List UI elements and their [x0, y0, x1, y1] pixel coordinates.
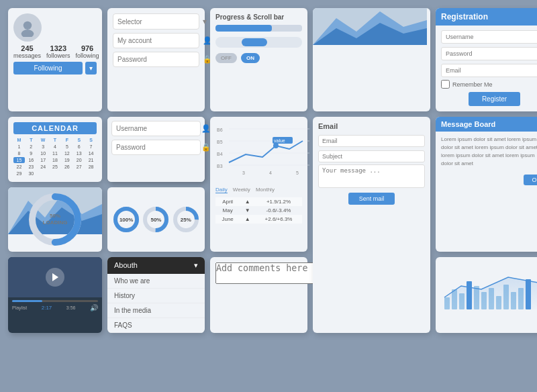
follow-row: Following ▾: [13, 62, 97, 75]
reg-username-input[interactable]: [441, 30, 537, 44]
about-title: Abouth: [114, 261, 138, 270]
avatar: [13, 13, 42, 42]
login-username-row: 👤: [111, 121, 201, 136]
about-item-media[interactable]: In the media: [107, 303, 205, 318]
toggle-on-label[interactable]: ON: [241, 53, 260, 63]
remember-me-label: Remember Me: [452, 81, 493, 88]
toggle-row: OFF ON: [215, 53, 302, 63]
reg-password-input[interactable]: [441, 47, 537, 60]
calendar-title: CALENDAR: [13, 122, 97, 134]
svg-marker-43: [444, 276, 537, 309]
register-button[interactable]: Register: [469, 92, 520, 106]
about-item-history[interactable]: History: [107, 289, 205, 303]
progress-bar-fill: [215, 25, 272, 32]
video-time-total: 3:56: [66, 305, 76, 310]
video-progress-bar[interactable]: [12, 300, 98, 302]
svg-text:3: 3: [242, 170, 245, 175]
svg-point-1: [21, 30, 34, 37]
selector-dropdown-icon[interactable]: ▾: [203, 17, 207, 26]
remember-me-checkbox[interactable]: [441, 80, 450, 89]
donut-100: 100%: [111, 205, 141, 234]
about-item-faqs[interactable]: FAQS: [107, 318, 205, 333]
login-user-icon: 👤: [201, 124, 211, 133]
send-button[interactable]: Sent mail: [348, 193, 395, 205]
video-progress-fill: [12, 300, 42, 302]
about-menu: Who we are History In the media FAQS: [107, 274, 205, 333]
login-username-input[interactable]: [116, 125, 201, 132]
volume-icon[interactable]: 🔊: [90, 304, 98, 311]
password-input[interactable]: [117, 56, 203, 63]
followers-count: 1323: [46, 44, 70, 52]
calendar-grid: MTWTFSS123456789101112131415161718192021…: [13, 137, 97, 177]
profile-card: 245 messages 1323 followers 976 followin…: [8, 8, 102, 111]
email-input[interactable]: [318, 135, 425, 147]
following-count: 976: [76, 44, 99, 52]
loading-percent: 50% LOADING: [43, 213, 68, 226]
donut-25-label: 25%: [181, 217, 191, 223]
scrollbar-thumb[interactable]: [242, 38, 268, 46]
form-card: ▾ 👤 🔒: [107, 8, 205, 111]
remember-me-row: Remember Me: [441, 80, 537, 89]
about-item-who[interactable]: Who we are: [107, 274, 205, 289]
reg-email-input[interactable]: [441, 64, 537, 77]
ok-button[interactable]: Ok: [524, 175, 537, 185]
svg-point-0: [23, 21, 32, 30]
followers-label: followers: [46, 52, 70, 59]
stat-may-arrow: ▼: [240, 206, 255, 215]
profile-stats: 245 messages 1323 followers 976 followin…: [13, 44, 97, 59]
selector-input[interactable]: [117, 18, 203, 26]
donut-50: 50%: [141, 205, 170, 234]
tab-daily[interactable]: Daily: [215, 187, 228, 193]
login-password-input[interactable]: [116, 144, 201, 151]
stat-april-arrow: ▲: [240, 197, 255, 206]
message-board-card: Message Board Lorem ipsum dolor sit amet…: [436, 117, 537, 252]
bar-chart-svg: [441, 262, 537, 313]
scrollbar-wrapper: [215, 37, 302, 48]
messages-count: 245: [13, 44, 41, 52]
svg-text:B6: B6: [217, 128, 223, 132]
play-button[interactable]: [46, 268, 64, 287]
calendar-card: CALENDAR MTWTFSS123456789101112131415161…: [8, 117, 102, 182]
password-row: 🔒: [113, 52, 199, 67]
progress-bar-wrapper: [215, 25, 302, 32]
subject-input[interactable]: [318, 150, 425, 162]
message-board-title: Message Board: [436, 117, 537, 132]
svg-text:5: 5: [296, 170, 299, 175]
playlist-label: Playlist: [12, 305, 27, 310]
stat-june-arrow: ▲: [240, 215, 255, 224]
registration-card: Registration Remember Me Register: [436, 8, 537, 111]
stat-june-label: June: [215, 215, 240, 224]
comments-card: [210, 257, 307, 333]
donut-loading: 50% LOADING: [28, 193, 82, 246]
tab-weekly[interactable]: Weekly: [233, 187, 250, 193]
svg-text:4: 4: [269, 170, 272, 175]
login-card: 👤 🔒: [107, 117, 205, 182]
svg-point-22: [273, 143, 279, 148]
progress-card: Progress & Scroll bar OFF ON: [210, 8, 307, 111]
following-label: following: [76, 52, 99, 59]
message-board-body: Lorem ipsum dolor sit amet lorem ipsum d…: [436, 132, 537, 172]
video-screen: [8, 257, 102, 297]
about-dropdown-icon: ▾: [194, 261, 198, 270]
stat-may-label: May: [215, 206, 240, 215]
stat-april-val: +1.9/1.2%: [255, 197, 302, 206]
small-mountain-svg: [313, 8, 427, 45]
line-chart-svg: B6 B5 B4 B3 value 3 4 5: [215, 122, 313, 183]
chart-tabs: Daily Weekly Monthly: [215, 187, 302, 193]
donut-100-label: 100%: [119, 217, 133, 223]
login-password-row: 🔒: [111, 140, 201, 155]
svg-text:value: value: [274, 138, 285, 143]
follow-dropdown-button[interactable]: ▾: [85, 62, 97, 75]
video-player: Playlist 2:17 3:56 🔊: [8, 257, 102, 333]
donut-25: 25%: [171, 205, 201, 234]
toggle-off-label[interactable]: OFF: [215, 53, 237, 63]
follow-button[interactable]: Following: [13, 62, 83, 75]
tab-monthly[interactable]: Monthly: [256, 187, 275, 193]
myaccount-row: 👤: [113, 33, 199, 48]
myaccount-input[interactable]: [117, 37, 203, 44]
about-header[interactable]: Abouth ▾: [107, 257, 205, 274]
svg-text:B4: B4: [217, 152, 223, 156]
user-icon: [18, 18, 37, 37]
bar-chart-card: [436, 257, 537, 333]
message-textarea[interactable]: [318, 164, 425, 188]
